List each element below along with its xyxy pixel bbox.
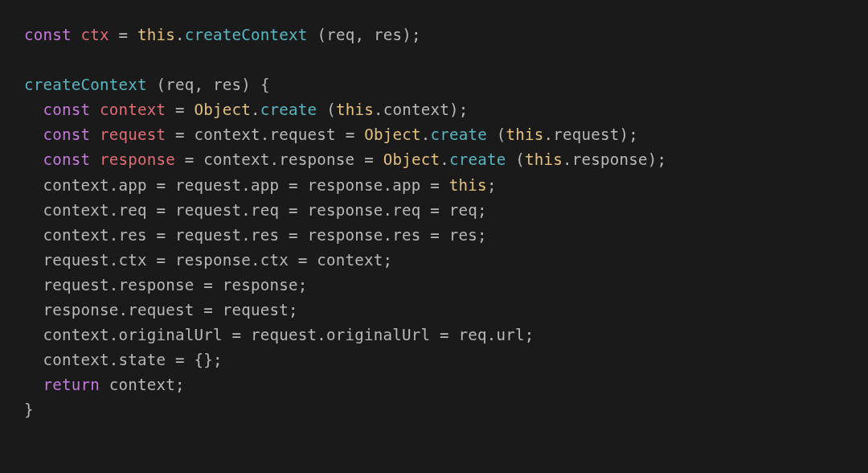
rparen: ) — [241, 76, 251, 94]
keyword-const: const — [43, 101, 91, 119]
operator-eq: = — [109, 26, 137, 44]
keyword-const: const — [43, 125, 91, 144]
rbrace: } — [24, 401, 34, 419]
indent — [24, 301, 43, 319]
code-block: const ctx = this.createContext (req, res… — [0, 0, 868, 446]
indent — [24, 201, 43, 220]
lbrace: { — [260, 76, 270, 94]
code-line: context.req = request.req = response.req… — [24, 201, 487, 220]
code-line: response.request = request; — [24, 301, 298, 319]
dot: . — [251, 101, 260, 119]
assign-chain: context.req = request.req = response.req… — [43, 201, 487, 220]
space — [147, 76, 157, 94]
rparen: ) — [620, 125, 629, 144]
code-line: createContext (req, res) { — [24, 76, 270, 94]
semicolon: ; — [213, 351, 223, 369]
dot: . — [175, 26, 185, 44]
prop-response: response — [572, 150, 648, 169]
indent — [24, 326, 43, 344]
var-context: context — [100, 101, 166, 119]
indent — [24, 351, 43, 369]
assign-chain: response.request = request; — [43, 301, 298, 319]
semicolon: ; — [487, 176, 497, 195]
return-value: context — [109, 376, 175, 394]
space — [317, 101, 326, 119]
lparen: ( — [326, 101, 336, 119]
method-create: create — [260, 101, 317, 119]
rparen: ) — [648, 150, 657, 169]
prop-context: context — [383, 101, 449, 119]
space — [487, 125, 497, 144]
indent — [24, 150, 43, 169]
code-line: context.originalUrl = request.originalUr… — [24, 326, 534, 344]
param-res: res — [213, 76, 241, 94]
expr: context — [194, 125, 260, 144]
keyword-this: this — [506, 125, 543, 144]
assign-chain: context.app = request.app = response.app… — [43, 176, 449, 195]
fn-name: createContext — [24, 76, 147, 94]
operator-eq: = — [336, 125, 364, 144]
indent — [24, 376, 43, 394]
var-ctx: ctx — [81, 26, 109, 44]
expr: context — [203, 150, 269, 169]
keyword-this: this — [449, 176, 487, 195]
dot: . — [270, 150, 280, 169]
space — [251, 76, 260, 94]
lparen: ( — [157, 76, 166, 94]
code-line: const ctx = this.createContext (req, res… — [24, 26, 421, 44]
prop-response: response — [279, 150, 354, 169]
indent — [24, 276, 43, 294]
code-line: const response = context.response = Obje… — [24, 150, 666, 169]
keyword-this: this — [525, 150, 563, 169]
assign-chain: request.ctx = response.ctx = context; — [43, 251, 393, 269]
keyword-return: return — [43, 376, 100, 394]
dot: . — [260, 125, 270, 144]
empty-object: {} — [194, 351, 214, 369]
method-create: create — [449, 150, 506, 169]
semicolon: ; — [628, 125, 638, 144]
keyword-this: this — [336, 101, 374, 119]
comma: , — [354, 26, 374, 44]
assign-chain: context.originalUrl = request.originalUr… — [43, 326, 534, 344]
code-line: return context; — [24, 376, 185, 394]
indent — [24, 176, 43, 195]
code-line: const request = context.request = Object… — [24, 125, 638, 144]
semicolon: ; — [175, 376, 185, 394]
operator-eq: = — [166, 101, 194, 119]
code-line: request.ctx = response.ctx = context; — [24, 251, 392, 269]
comma: , — [194, 76, 214, 94]
rparen: ) — [402, 26, 411, 44]
object-global: Object — [383, 150, 440, 169]
method-create: create — [430, 125, 487, 144]
code-line: const context = Object.create (this.cont… — [24, 101, 468, 119]
param-req: req — [166, 76, 194, 94]
prop-request: request — [553, 125, 619, 144]
indent — [24, 125, 43, 144]
object-global: Object — [364, 125, 421, 144]
assign-chain: context.res = request.res = response.res… — [43, 226, 487, 245]
operator-eq: = — [166, 125, 194, 144]
object-global: Object — [194, 101, 252, 119]
keyword-const: const — [24, 26, 72, 44]
lparen: ( — [515, 150, 525, 169]
indent — [24, 101, 43, 119]
keyword-this: this — [137, 26, 175, 44]
dot: . — [374, 101, 383, 119]
assign-chain: request.response = response; — [43, 276, 308, 294]
arg-res: res — [374, 26, 402, 44]
indent — [24, 226, 43, 245]
semicolon: ; — [459, 101, 469, 119]
code-line: } — [24, 401, 34, 419]
var-request: request — [100, 125, 166, 144]
code-line: context.app = request.app = response.app… — [24, 176, 497, 195]
dot: . — [440, 150, 449, 169]
semicolon: ; — [411, 26, 421, 44]
lparen: ( — [317, 26, 326, 44]
dot: . — [563, 150, 572, 169]
dot: . — [421, 125, 431, 144]
code-line: context.state = {}; — [24, 351, 223, 369]
lparen: ( — [497, 125, 506, 144]
code-line: context.res = request.res = response.res… — [24, 226, 487, 245]
space — [100, 376, 109, 394]
code-line: request.response = response; — [24, 276, 308, 294]
